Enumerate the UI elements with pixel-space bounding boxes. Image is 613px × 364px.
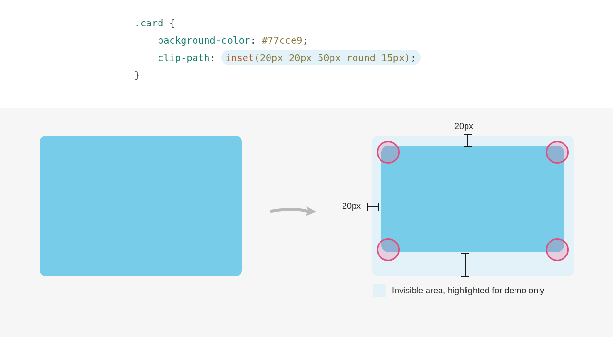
legend-text: Invisible area, highlighted for demo onl… bbox=[392, 286, 544, 296]
dimension-label-left: 20px bbox=[342, 201, 361, 211]
code-bg-val: #77cce9 bbox=[262, 35, 302, 46]
dimension-bar-top bbox=[463, 134, 473, 147]
code-highlight: inset(20px 20px 50px round 15px); bbox=[221, 50, 421, 65]
code-line-2: background-color: #77cce9; bbox=[135, 32, 613, 49]
code-clip-fn: inset bbox=[225, 52, 254, 63]
code-semi-2: ; bbox=[410, 52, 416, 63]
code-open-brace: { bbox=[169, 17, 175, 29]
code-colon-1: : bbox=[250, 35, 256, 46]
corner-marker-top-right bbox=[546, 141, 569, 164]
code-bg-prop: background-color bbox=[158, 35, 250, 46]
legend: Invisible area, highlighted for demo onl… bbox=[373, 284, 544, 297]
code-selector: .card bbox=[135, 17, 163, 29]
card-after-inner bbox=[381, 146, 564, 252]
code-block: .card { background-color: #77cce9; clip-… bbox=[0, 0, 613, 108]
code-line-3: clip-path: inset(20px 20px 50px round 15… bbox=[135, 49, 613, 66]
dimension-bar-left bbox=[366, 202, 380, 212]
corner-marker-bottom-left bbox=[377, 238, 400, 261]
dimension-label-top: 20px bbox=[454, 121, 473, 132]
arrow-icon bbox=[269, 202, 317, 221]
corner-marker-top-left bbox=[377, 141, 400, 164]
code-line-1: .card { bbox=[135, 14, 613, 32]
code-clip-prop: clip-path bbox=[158, 52, 209, 63]
demo-area: 20px 20px 50px Invisible area, highlight… bbox=[0, 108, 613, 337]
code-semi-1: ; bbox=[302, 35, 308, 46]
code-clip-args: (20px 20px 50px round 15px) bbox=[254, 52, 410, 63]
code-colon-2: : bbox=[210, 52, 216, 63]
code-line-4: } bbox=[135, 66, 613, 84]
dimension-bar-bottom bbox=[460, 253, 470, 278]
card-after-outer bbox=[372, 136, 574, 276]
card-before bbox=[40, 136, 242, 276]
code-close-brace: } bbox=[135, 69, 140, 81]
corner-marker-bottom-right bbox=[546, 238, 569, 261]
legend-swatch bbox=[373, 284, 386, 297]
